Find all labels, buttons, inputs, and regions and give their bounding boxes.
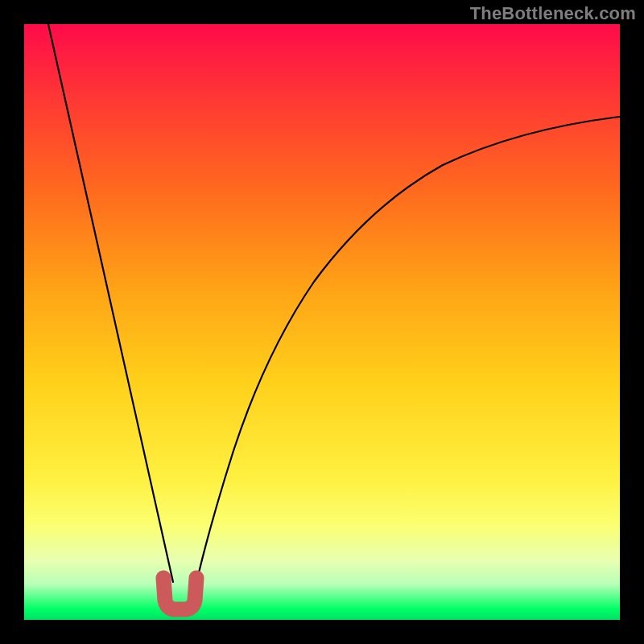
chart-frame: TheBottleneck.com: [0, 0, 644, 644]
left-branch-curve: [48, 24, 173, 582]
watermark-text: TheBottleneck.com: [470, 3, 636, 24]
optimal-valley-marker: [163, 578, 196, 609]
curve-layer: [24, 24, 620, 620]
right-branch-curve: [191, 117, 620, 608]
plot-area: [24, 24, 620, 620]
